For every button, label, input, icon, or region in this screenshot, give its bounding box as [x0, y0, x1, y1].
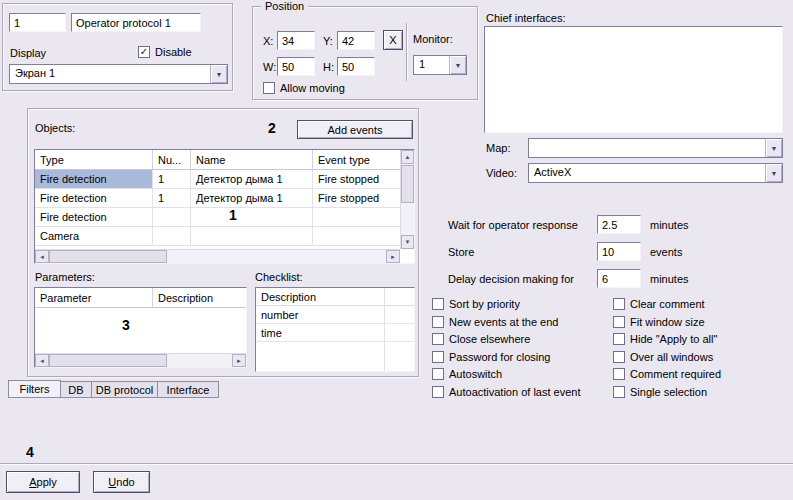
checkbox-box[interactable]	[432, 351, 444, 363]
checkbox-box[interactable]	[613, 333, 625, 345]
video-select[interactable]: ActiveX ▼	[528, 163, 783, 183]
map-select[interactable]: ▼	[528, 138, 783, 158]
y-input[interactable]	[337, 31, 375, 50]
column-header-event-type[interactable]: Event type	[313, 150, 400, 169]
cell-number[interactable]: 1	[153, 170, 191, 188]
checkbox-comment-required[interactable]: Comment required	[613, 368, 721, 380]
allow-moving-checkbox-row[interactable]: Allow moving	[263, 82, 345, 94]
checklist-listbox[interactable]: Description number time	[255, 287, 415, 372]
id-input[interactable]	[9, 13, 66, 32]
parameters-horizontal-scrollbar[interactable]: ◄ ►	[35, 353, 246, 367]
scroll-left-icon[interactable]: ◄	[35, 250, 49, 263]
cell-name[interactable]: Детектор дыма 1	[191, 189, 313, 207]
checkbox-box[interactable]	[432, 368, 444, 380]
map-select-value	[529, 139, 765, 157]
store-input[interactable]	[597, 242, 641, 261]
checkbox-password-for-closing[interactable]: Password for closing	[432, 351, 551, 363]
monitor-label: Monitor:	[413, 33, 453, 45]
cell-event-type[interactable]: Fire stopped	[313, 189, 400, 207]
w-label: W:	[263, 61, 276, 73]
tab-interface[interactable]: Interface	[157, 381, 219, 398]
list-item[interactable]: number	[256, 306, 414, 324]
chevron-down-icon[interactable]: ▼	[765, 164, 782, 182]
tab-db[interactable]: DB	[60, 381, 92, 398]
chevron-down-icon[interactable]: ▼	[765, 139, 782, 157]
scrollbar-thumb[interactable]	[49, 250, 167, 263]
add-events-button[interactable]: Add events	[297, 120, 413, 139]
cell-name[interactable]	[191, 208, 313, 226]
checkbox-new-events-at-end[interactable]: New events at the end	[432, 316, 558, 328]
objects-group: Objects: 2 Add events Type Nu... Name Ev…	[27, 108, 419, 377]
clear-position-button[interactable]: X	[383, 30, 403, 50]
apply-button[interactable]: Apply	[6, 471, 80, 493]
x-input[interactable]	[277, 31, 315, 50]
list-item[interactable]: time	[256, 324, 414, 342]
allow-moving-checkbox[interactable]	[263, 82, 275, 94]
scrollbar-thumb[interactable]	[49, 354, 167, 367]
tab-filters[interactable]: Filters	[8, 380, 61, 398]
wait-response-input[interactable]	[597, 215, 641, 234]
cell-name[interactable]	[191, 227, 313, 245]
cell-event-type[interactable]: Fire stopped	[313, 170, 400, 188]
column-header-description[interactable]: Description	[153, 288, 246, 307]
cell-type-selected[interactable]: Fire detection	[35, 170, 153, 188]
checkbox-box[interactable]	[613, 386, 625, 398]
w-input[interactable]	[277, 57, 315, 76]
delay-input[interactable]	[597, 269, 641, 288]
column-header-type[interactable]: Type	[35, 150, 153, 169]
scroll-left-icon[interactable]: ◄	[35, 354, 49, 367]
scroll-up-icon[interactable]: ▲	[401, 150, 414, 164]
chief-interfaces-listbox[interactable]	[484, 26, 783, 133]
checkbox-close-elsewhere[interactable]: Close elsewhere	[432, 333, 530, 345]
checkbox-box[interactable]	[613, 298, 625, 310]
checkbox-fit-window-size[interactable]: Fit window size	[613, 316, 705, 328]
disable-checkbox[interactable]: ✓	[138, 46, 150, 58]
checkbox-clear-comment[interactable]: Clear comment	[613, 298, 705, 310]
screen-select[interactable]: Экран 1 ▼	[9, 64, 228, 84]
objects-vertical-scrollbar[interactable]: ▲ ▼	[400, 150, 414, 249]
checkbox-box[interactable]	[432, 316, 444, 328]
checkbox-box[interactable]	[613, 316, 625, 328]
cell-number[interactable]: 1	[153, 189, 191, 207]
scroll-right-icon[interactable]: ►	[232, 354, 246, 367]
cell-event-type[interactable]	[313, 227, 400, 245]
checkbox-box[interactable]	[613, 351, 625, 363]
tab-db-protocol[interactable]: DB protocol	[91, 381, 158, 398]
scroll-right-icon[interactable]: ►	[386, 250, 400, 263]
checkbox-label: Sort by priority	[449, 298, 520, 310]
wait-response-label: Wait for operator response	[448, 219, 578, 231]
checkbox-box[interactable]	[432, 333, 444, 345]
protocol-name-input[interactable]	[71, 13, 201, 32]
monitor-select[interactable]: 1 ▼	[413, 55, 467, 75]
scroll-down-icon[interactable]: ▼	[401, 235, 414, 249]
checkbox-sort-by-priority[interactable]: Sort by priority	[432, 298, 520, 310]
chief-interfaces-label: Chief interfaces:	[486, 12, 565, 24]
checkbox-autoswitch[interactable]: Autoswitch	[432, 368, 502, 380]
checkbox-box[interactable]	[613, 368, 625, 380]
objects-horizontal-scrollbar[interactable]: ◄ ►	[35, 249, 400, 263]
disable-checkbox-row[interactable]: ✓ Disable	[138, 46, 192, 58]
checkbox-over-all-windows[interactable]: Over all windows	[613, 351, 713, 363]
scrollbar-thumb[interactable]	[401, 165, 414, 203]
checkbox-box[interactable]	[432, 298, 444, 310]
column-header-name[interactable]: Name	[191, 150, 313, 169]
cell-event-type[interactable]	[313, 208, 400, 226]
cell-type[interactable]: Camera	[35, 227, 153, 245]
map-label: Map:	[486, 142, 510, 154]
cell-name[interactable]: Детектор дыма 1	[191, 170, 313, 188]
cell-number[interactable]	[153, 227, 191, 245]
cell-type[interactable]: Fire detection	[35, 208, 153, 226]
checkbox-single-selection[interactable]: Single selection	[613, 386, 707, 398]
chevron-down-icon[interactable]: ▼	[449, 56, 466, 74]
undo-button[interactable]: Undo	[93, 471, 150, 493]
h-input[interactable]	[337, 57, 375, 76]
column-header-parameter[interactable]: Parameter	[35, 288, 153, 307]
checkbox-hide-apply-to-all[interactable]: Hide "Apply to all"	[613, 333, 717, 345]
column-header-number[interactable]: Nu...	[153, 150, 191, 169]
cell-type[interactable]: Fire detection	[35, 189, 153, 207]
chevron-down-icon[interactable]: ▼	[210, 65, 227, 83]
checkbox-box[interactable]	[432, 386, 444, 398]
objects-table: Type Nu... Name Event type Fire detectio…	[34, 149, 415, 264]
checkbox-autoactivation-last-event[interactable]: Autoactivation of last event	[432, 386, 580, 398]
cell-number[interactable]	[153, 208, 191, 226]
